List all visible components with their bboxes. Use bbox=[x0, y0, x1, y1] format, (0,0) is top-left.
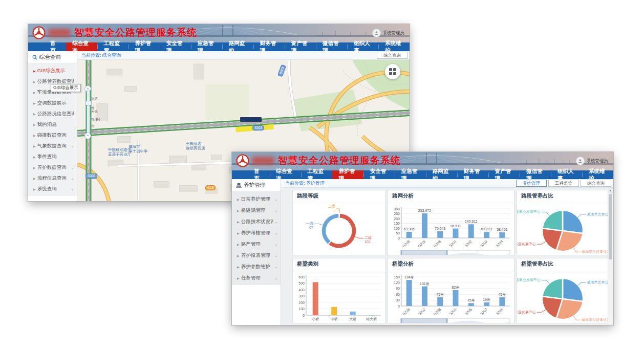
scrollbar-thumb[interactable] bbox=[609, 194, 612, 259]
nav-item[interactable]: 财务管理 bbox=[253, 42, 285, 51]
svg-text:S201: S201 bbox=[448, 308, 457, 316]
nav-item[interactable]: 安全管理 bbox=[160, 42, 191, 51]
sidebar-item[interactable]: ▶桥隧涵管理⌄ bbox=[232, 205, 281, 216]
sidebar-item[interactable]: ▶养护数据查询⌄ bbox=[28, 162, 77, 173]
nav-item[interactable]: 综合查询 bbox=[66, 42, 97, 51]
expand-arrow-icon: ▶ bbox=[237, 276, 240, 280]
sidebar-item[interactable]: ▶事件查询 bbox=[28, 151, 77, 162]
corner-button[interactable]: 综合查询 bbox=[377, 52, 407, 59]
app-title: 智慧安全公路管理服务系统 bbox=[278, 154, 401, 167]
user-avatar-icon[interactable] bbox=[576, 157, 585, 165]
nav-item[interactable]: 微信管理 bbox=[316, 42, 347, 51]
svg-text:0: 0 bbox=[398, 304, 400, 308]
sidebar-item-label: 事件查询 bbox=[37, 154, 74, 160]
sidebar-item[interactable]: ▶公路路况信息查询 bbox=[28, 108, 77, 119]
vertical-scrollbar[interactable]: ▲ bbox=[608, 188, 613, 325]
nav-item[interactable]: 首页 bbox=[247, 170, 270, 179]
nav-item[interactable]: 组织人事 bbox=[551, 170, 582, 179]
sidebar-item-label: 桥隧涵管理 bbox=[241, 207, 274, 214]
expand-arrow-icon: ▶ bbox=[237, 220, 240, 224]
nav-item[interactable]: 系统维护 bbox=[378, 42, 410, 51]
nav-item[interactable]: 养护管理 bbox=[128, 42, 160, 51]
corner-button[interactable]: 工程监管 bbox=[548, 180, 579, 187]
sidebar-item[interactable]: ▶路产管理⌄ bbox=[232, 238, 281, 250]
svg-text:S204: S204 bbox=[495, 240, 504, 248]
sidebar-item[interactable]: ▶GIS综合展示 bbox=[28, 66, 77, 76]
svg-text:G228: G228 bbox=[402, 308, 411, 316]
scroll-up-arrow[interactable]: ▲ bbox=[608, 188, 613, 193]
nav-item[interactable]: 路网监控 bbox=[426, 170, 457, 179]
zoom-out-button[interactable]: − bbox=[84, 133, 91, 139]
nav-item[interactable]: 安全管理 bbox=[363, 170, 395, 179]
corner-button[interactable]: 养护管理 bbox=[516, 180, 547, 187]
nav-item[interactable]: 微信管理 bbox=[520, 170, 551, 179]
svg-text:150: 150 bbox=[394, 275, 400, 279]
nav-item[interactable]: 工程监管 bbox=[97, 42, 128, 51]
map-zoom-control[interactable]: + − 街道村乡镇区(县)市省 bbox=[84, 85, 105, 139]
datazoom-slider[interactable] bbox=[401, 250, 510, 255]
sidebar-item[interactable]: ▶养护参数维护⌄ bbox=[232, 261, 281, 272]
chevron-down-icon: ⌄ bbox=[71, 187, 74, 191]
sidebar-header: 养护管理 bbox=[232, 179, 281, 192]
sidebar-item[interactable]: ▶公路技术状况评定⌄ bbox=[232, 216, 281, 227]
panel-title: 桥梁类别 bbox=[293, 258, 385, 271]
datazoom-slider[interactable] bbox=[401, 318, 510, 323]
svg-text:45座: 45座 bbox=[498, 293, 506, 296]
expand-arrow-icon: ▶ bbox=[33, 112, 36, 116]
sidebar-item[interactable]: ▶我的消息 bbox=[28, 119, 77, 130]
zoom-slider-track[interactable] bbox=[87, 90, 90, 135]
corner-buttons: 综合查询 bbox=[377, 52, 407, 59]
svg-text:S202: S202 bbox=[464, 240, 473, 248]
chart-panel: 桥梁分析0306090120150134座G228101座S20245座G308… bbox=[388, 258, 514, 323]
panel-title: 路段等级 bbox=[293, 190, 385, 203]
nav-item[interactable]: 应急管理 bbox=[395, 170, 426, 179]
nav-item[interactable]: 路网监控 bbox=[222, 42, 253, 51]
nav-item[interactable]: 系统维护 bbox=[582, 170, 613, 179]
user-avatar-icon[interactable] bbox=[372, 29, 381, 37]
map-layers-button[interactable] bbox=[385, 64, 400, 79]
svg-text:82座: 82座 bbox=[452, 286, 460, 289]
app-title: 智慧安全公路管理服务系统 bbox=[74, 26, 197, 39]
nav-item[interactable]: 资产管理 bbox=[488, 170, 520, 179]
svg-text:60: 60 bbox=[396, 293, 400, 296]
chevron-down-icon: ⌄ bbox=[71, 144, 74, 148]
sidebar-item[interactable]: ▶养护报表管理⌄ bbox=[232, 250, 281, 261]
sidebar-item[interactable]: ▶气象数据查询⌄ bbox=[28, 141, 77, 151]
sidebar-item-label: 养护报表管理 bbox=[241, 252, 274, 259]
sidebar-header: 综合查询 bbox=[28, 51, 77, 64]
nav-item[interactable]: 养护管理 bbox=[332, 170, 363, 179]
svg-text:G308: G308 bbox=[433, 308, 441, 316]
nav-item[interactable]: 财务管理 bbox=[457, 170, 488, 179]
expand-arrow-icon: ▶ bbox=[33, 166, 36, 169]
zoom-slider-handle[interactable] bbox=[85, 101, 92, 105]
nav-item[interactable]: 综合查询 bbox=[270, 170, 301, 179]
chart-panel: 路网分析05010015020025030063.385G206253.972G… bbox=[388, 190, 514, 255]
bar-chart-3: 0100200300400500600小桥中桥大桥特大桥 bbox=[293, 271, 385, 323]
sidebar-item[interactable]: ▶系统查询⌄ bbox=[28, 184, 77, 194]
svg-text:140.611: 140.611 bbox=[465, 220, 478, 223]
sidebar-item[interactable]: ▶日常养护管理⌄ bbox=[232, 193, 281, 205]
nav-item[interactable]: 应急管理 bbox=[191, 42, 222, 51]
sidebar-item[interactable]: ▶交调数据展示 bbox=[28, 98, 77, 108]
sidebar-item[interactable]: ▶任务管理⌄ bbox=[232, 272, 281, 284]
expand-arrow-icon: ▶ bbox=[33, 155, 36, 159]
expand-arrow-icon: ▶ bbox=[33, 101, 36, 105]
svg-text:400: 400 bbox=[298, 288, 305, 292]
nav-item[interactable]: 组织人事 bbox=[347, 42, 378, 51]
nav-item[interactable]: 资产管理 bbox=[285, 42, 316, 51]
sidebar-item[interactable]: ▶流程信息查询⌄ bbox=[28, 173, 77, 184]
svg-text:威海市文登公路事: 威海市文登公路事 bbox=[587, 280, 608, 285]
nav-item[interactable]: 工程监管 bbox=[301, 170, 332, 179]
nav-item[interactable]: 首页 bbox=[44, 42, 66, 51]
chevron-down-icon: ⌄ bbox=[274, 253, 278, 258]
sidebar-item[interactable]: ▶碰撞数据查询 bbox=[28, 130, 77, 141]
expand-arrow-icon: ▶ bbox=[237, 265, 240, 269]
sidebar-item[interactable]: ▶养护考核管理⌄ bbox=[232, 227, 281, 238]
redacted-city-name bbox=[48, 29, 71, 37]
pie-chart-2: 威海市文登公路事威海市公路事业发山公路事业发展中心公路事业发展中心 bbox=[517, 203, 608, 255]
svg-text:90: 90 bbox=[396, 287, 400, 290]
svg-text:S201: S201 bbox=[448, 240, 457, 248]
corner-button[interactable]: 综合查询 bbox=[581, 180, 611, 187]
sidebar-item-label: 碰撞数据查询 bbox=[37, 132, 74, 139]
svg-text:0: 0 bbox=[303, 314, 305, 317]
